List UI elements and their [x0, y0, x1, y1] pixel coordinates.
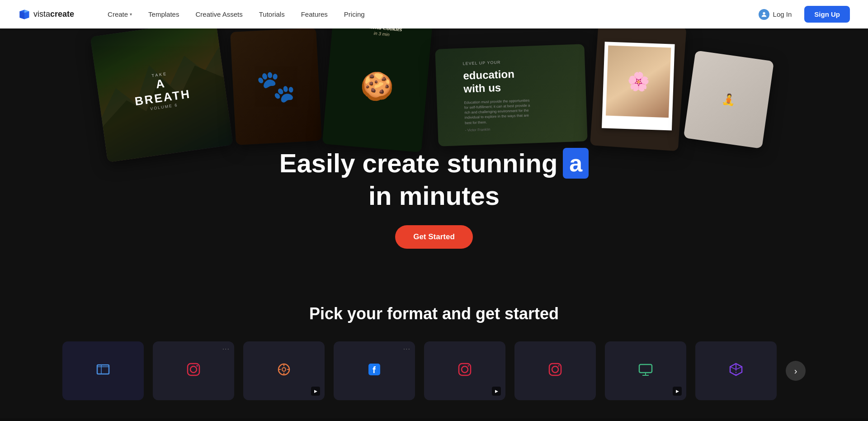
- custom-size-icon: [95, 361, 111, 381]
- nav-item-tutorials[interactable]: Tutorials: [253, 7, 291, 22]
- signup-button[interactable]: Sign Up: [804, 6, 850, 23]
- format-card-custom[interactable]: [62, 341, 144, 400]
- presentation-icon: [638, 362, 653, 380]
- reel-icon: [276, 362, 292, 380]
- format-cards-row: ···: [0, 341, 868, 400]
- format-card-instagram-reel[interactable]: ▶: [243, 341, 325, 400]
- hero-title-line1: Easily create stunning a: [279, 148, 589, 179]
- box-icon: [728, 362, 744, 380]
- svg-rect-18: [549, 364, 561, 375]
- svg-point-19: [552, 366, 558, 373]
- logo-text: vistacreate: [33, 9, 74, 19]
- instagram-icon-2: [457, 362, 472, 380]
- format-title: Pick your format and get started: [0, 304, 868, 323]
- hero-card-education: LEVEL UP YOUR educationwith us Education…: [435, 44, 587, 146]
- hero-content: Easily create stunning a in minutes Get …: [279, 148, 589, 249]
- hero-card-paw: 🐾: [230, 28, 322, 145]
- dots-icon: ···: [222, 345, 230, 353]
- format-card-instagram-post-2[interactable]: [514, 341, 596, 400]
- svg-rect-4: [97, 365, 109, 374]
- chevron-down-icon: ▾: [130, 12, 132, 17]
- navbar: vistacreate Create ▾ Templates Creative …: [0, 0, 868, 28]
- hero-card-person: 🧘: [684, 50, 774, 148]
- instagram-icon-3: [547, 362, 563, 380]
- svg-point-3: [763, 12, 765, 14]
- svg-line-27: [730, 367, 736, 369]
- nav-item-templates[interactable]: Templates: [142, 7, 185, 22]
- get-started-button[interactable]: Get Started: [395, 225, 473, 249]
- hero-card-polaroid: 🌸: [590, 28, 687, 151]
- logo-icon: [18, 8, 31, 21]
- nav-item-features[interactable]: Features: [295, 7, 334, 22]
- svg-rect-15: [459, 364, 471, 375]
- format-card-instagram-story[interactable]: ···: [153, 341, 234, 400]
- format-card-box[interactable]: [695, 341, 777, 400]
- svg-point-7: [197, 365, 198, 366]
- svg-point-17: [468, 365, 469, 366]
- svg-rect-21: [639, 364, 652, 373]
- svg-line-26: [736, 367, 742, 369]
- dots-icon-2: ···: [403, 345, 410, 353]
- svg-point-20: [558, 365, 560, 366]
- svg-point-16: [462, 366, 468, 373]
- facebook-icon: [367, 362, 382, 380]
- nav-actions: Log In Sign Up: [751, 5, 850, 24]
- hero-title-line2: in minutes: [279, 180, 589, 211]
- play-badge-icon-3: ▶: [673, 387, 682, 396]
- logo[interactable]: vistacreate: [18, 8, 74, 21]
- hero-animated-word: a: [563, 148, 589, 179]
- format-card-instagram-post[interactable]: ▶: [424, 341, 505, 400]
- hero-section: TAKE A BREATH VOLUME 6 🐾 Almond Cookies …: [0, 28, 868, 277]
- format-card-facebook[interactable]: ···: [334, 341, 415, 400]
- nav-item-pricing[interactable]: Pricing: [338, 7, 371, 22]
- instagram-icon: [186, 362, 201, 380]
- play-badge-icon: ▶: [311, 387, 320, 396]
- nav-item-creative-assets[interactable]: Creative Assets: [189, 7, 249, 22]
- nav-links: Create ▾ Templates Creative Assets Tutor…: [101, 7, 751, 22]
- format-card-presentation[interactable]: ▶: [605, 341, 686, 400]
- svg-rect-5: [188, 364, 199, 375]
- format-section: Pick your format and get started ···: [0, 277, 868, 418]
- play-badge-icon-2: ▶: [492, 387, 501, 396]
- login-button[interactable]: Log In: [751, 5, 799, 24]
- next-arrow-button[interactable]: ›: [786, 361, 806, 381]
- user-avatar-icon: [759, 9, 769, 20]
- hero-card-cookies: Almond Cookies in 3 min 🍪: [322, 28, 433, 152]
- nav-item-create[interactable]: Create ▾: [101, 7, 138, 22]
- svg-point-9: [282, 368, 286, 371]
- hero-cards-row: TAKE A BREATH VOLUME 6 🐾 Almond Cookies …: [0, 28, 868, 148]
- hero-card-mountain: TAKE A BREATH VOLUME 6: [90, 28, 233, 162]
- svg-point-6: [190, 366, 197, 373]
